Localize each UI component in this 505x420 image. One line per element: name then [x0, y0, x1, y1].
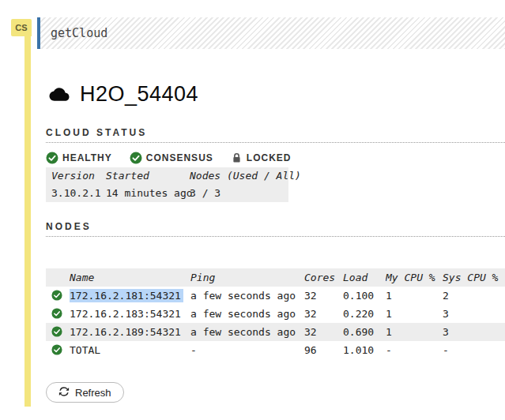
node-row[interactable]: 172.16.2.183:54321 a few seconds ago 32 …: [46, 305, 505, 323]
node-name-cell[interactable]: 172.16.2.183:54321: [70, 305, 190, 323]
nodes-used-all-header: Nodes (Used / All): [184, 167, 288, 185]
total-row: TOTAL - 96 1.010 - -: [46, 341, 505, 359]
cell-input-text: getCloud: [51, 26, 107, 40]
started-value: 14 minutes ago: [100, 185, 184, 202]
cloud-status-table: Version Started Nodes (Used / All) 3.10.…: [46, 167, 288, 202]
status-badge-locked: LOCKED: [231, 152, 292, 164]
consensus-label: CONSENSUS: [146, 152, 213, 163]
node-cores-cell: 32: [304, 323, 343, 341]
cores-column-header: Cores: [304, 268, 343, 287]
node-status-cell: [46, 287, 70, 305]
cloud-icon: [46, 84, 73, 104]
check-circle-icon: [51, 344, 62, 355]
cloud-status-table-header: Version Started Nodes (Used / All): [46, 167, 288, 185]
status-badge-consensus: CONSENSUS: [130, 152, 213, 164]
node-status-cell: [46, 323, 70, 341]
ping-column-header: Ping: [190, 268, 304, 287]
cloud-status-heading: CLOUD STATUS: [46, 127, 505, 143]
cell-type-flag[interactable]: CS: [11, 19, 32, 36]
nodes-table-header: Name Ping Cores Load My CPU % Sys CPU %: [46, 268, 505, 287]
check-circle-icon: [51, 308, 62, 319]
refresh-button[interactable]: Refresh: [46, 382, 124, 403]
status-column-header: [46, 268, 70, 287]
node-status-cell: [46, 341, 70, 359]
selected-text: 172.16.2.181:54321: [70, 289, 183, 302]
node-cores-cell: 32: [304, 305, 343, 323]
check-circle-icon: [46, 152, 58, 164]
node-name-cell[interactable]: 172.16.2.181:54321: [70, 287, 190, 305]
check-circle-icon: [51, 290, 62, 301]
version-header: Version: [46, 167, 100, 185]
node-cores-cell: 96: [304, 341, 343, 359]
sys-cpu-column-header: Sys CPU %: [443, 268, 505, 287]
node-row[interactable]: 172.16.2.181:54321 a few seconds ago 32 …: [46, 287, 505, 305]
node-cores-cell: 32: [304, 287, 343, 305]
node-load-cell: 0.100: [343, 287, 386, 305]
refresh-label: Refresh: [75, 387, 111, 399]
node-my-cpu-cell: 1: [386, 323, 443, 341]
healthy-label: HEALTHY: [62, 152, 112, 163]
node-sys-cpu-cell: -: [443, 341, 505, 359]
refresh-icon: [58, 386, 70, 399]
lock-icon: [231, 152, 243, 164]
node-row[interactable]: 172.16.2.189:54321 a few seconds ago 32 …: [46, 323, 505, 341]
cell-input[interactable]: getCloud: [37, 17, 505, 49]
started-header: Started: [100, 167, 184, 185]
status-badge-healthy: HEALTHY: [46, 152, 112, 164]
cloud-status-badges: HEALTHY CONSENSUS LOCKED: [46, 150, 505, 165]
node-status-cell: [46, 305, 70, 323]
name-column-header: Name: [70, 268, 190, 287]
cloud-status-table-row: 3.10.2.1 14 minutes ago 3 / 3: [46, 185, 288, 202]
cell-output: H2O_54404 CLOUD STATUS HEALTHY CONSENSUS: [46, 49, 505, 403]
node-ping-cell: a few seconds ago: [190, 287, 304, 305]
load-column-header: Load: [343, 268, 386, 287]
node-load-cell: 0.690: [343, 323, 386, 341]
node-load-cell: 0.220: [343, 305, 386, 323]
nodes-table: Name Ping Cores Load My CPU % Sys CPU % …: [46, 268, 505, 359]
cloud-title-row: H2O_54404: [46, 82, 505, 107]
cloud-name-title: H2O_54404: [80, 82, 198, 107]
node-my-cpu-cell: 1: [386, 287, 443, 305]
node-my-cpu-cell: 1: [386, 305, 443, 323]
check-circle-icon: [51, 326, 62, 337]
version-value: 3.10.2.1: [46, 185, 100, 202]
nodes-used-all-value: 3 / 3: [184, 185, 288, 202]
node-name-cell[interactable]: 172.16.2.189:54321: [70, 323, 190, 341]
node-ping-cell: -: [190, 341, 304, 359]
locked-label: LOCKED: [247, 152, 292, 163]
active-cell-indicator: [24, 36, 31, 407]
node-sys-cpu-cell: 3: [443, 323, 505, 341]
node-ping-cell: a few seconds ago: [190, 305, 304, 323]
node-sys-cpu-cell: 2: [443, 287, 505, 305]
node-sys-cpu-cell: 3: [443, 305, 505, 323]
node-ping-cell: a few seconds ago: [190, 323, 304, 341]
nodes-table-body: 172.16.2.181:54321 a few seconds ago 32 …: [46, 287, 505, 359]
node-load-cell: 1.010: [343, 341, 386, 359]
node-name-cell: TOTAL: [70, 341, 190, 359]
node-my-cpu-cell: -: [386, 341, 443, 359]
check-circle-icon: [130, 152, 142, 164]
my-cpu-column-header: My CPU %: [386, 268, 443, 287]
nodes-heading: NODES: [46, 221, 505, 237]
